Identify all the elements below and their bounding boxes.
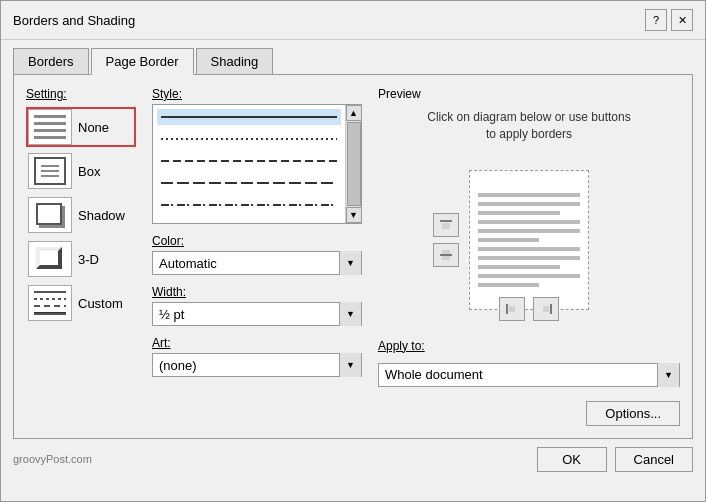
style-list[interactable]: [153, 105, 345, 223]
box-label: Box: [78, 164, 100, 179]
style-dash-dot[interactable]: [157, 197, 341, 213]
help-button[interactable]: ?: [645, 9, 667, 31]
preview-left-buttons: [433, 213, 459, 267]
setting-shadow[interactable]: Shadow: [26, 195, 136, 235]
panel-preview: Preview Click on diagram below or use bu…: [378, 87, 680, 426]
preview-doc[interactable]: [469, 170, 589, 310]
color-select[interactable]: Automatic ▼: [152, 251, 362, 275]
scroll-thumb[interactable]: [347, 122, 361, 206]
top-border-icon: [438, 218, 454, 232]
options-row: Options...: [378, 401, 680, 426]
color-value: Automatic: [153, 256, 339, 271]
ok-button[interactable]: OK: [537, 447, 607, 472]
style-long-dashed[interactable]: [157, 175, 341, 191]
setting-3d[interactable]: 3-D: [26, 239, 136, 279]
preview-hint: Click on diagram below or use buttonsto …: [378, 109, 680, 143]
width-dropdown-arrow[interactable]: ▼: [339, 302, 361, 326]
color-dropdown-arrow[interactable]: ▼: [339, 251, 361, 275]
title-bar: Borders and Shading ? ✕: [1, 1, 705, 40]
3d-icon: [28, 241, 72, 277]
scroll-up-arrow[interactable]: ▲: [346, 105, 362, 121]
left-border-icon: [504, 302, 520, 316]
3d-inner: [36, 247, 62, 269]
preview-middle-border-btn[interactable]: [433, 243, 459, 267]
preview-right-border-btn[interactable]: [533, 297, 559, 321]
art-value: (none): [153, 358, 339, 373]
doc-line-8: [478, 256, 580, 260]
none-line-1: [34, 115, 66, 118]
style-solid[interactable]: [157, 109, 341, 125]
panel-setting: Setting: None: [26, 87, 136, 426]
preview-top-border-btn[interactable]: [433, 213, 459, 237]
doc-line-9: [478, 265, 560, 269]
apply-to-select[interactable]: Whole document ▼: [378, 363, 680, 387]
box-line-2: [41, 170, 59, 172]
apply-to-value: Whole document: [379, 367, 657, 382]
setting-custom[interactable]: Custom: [26, 283, 136, 323]
tab-page-border[interactable]: Page Border: [91, 48, 194, 75]
scroll-down-arrow[interactable]: ▼: [346, 207, 362, 223]
setting-label: Setting:: [26, 87, 136, 101]
style-dashed[interactable]: [157, 153, 341, 169]
doc-line-7: [478, 247, 580, 251]
box-line-3: [41, 175, 59, 177]
art-dropdown-arrow[interactable]: ▼: [339, 353, 361, 377]
none-line-2: [34, 122, 66, 125]
panel-middle: Style:: [152, 87, 362, 426]
setting-none[interactable]: None: [26, 107, 136, 147]
style-label: Style:: [152, 87, 362, 101]
dash-dot-line: [161, 204, 337, 206]
doc-line-2: [478, 202, 580, 206]
none-line-3: [34, 129, 66, 132]
style-scrollbar[interactable]: ▲ ▼: [345, 105, 361, 223]
solid-line: [161, 116, 337, 118]
shadow-box: [36, 203, 62, 225]
doc-line-3: [478, 211, 560, 215]
custom-line-4: [34, 312, 66, 315]
art-select[interactable]: (none) ▼: [152, 353, 362, 377]
title-bar-controls: ? ✕: [645, 9, 693, 31]
doc-line-4: [478, 220, 580, 224]
preview-area: [378, 155, 680, 325]
tab-content: Setting: None: [13, 74, 693, 439]
doc-line-1: [478, 193, 580, 197]
color-label: Color:: [152, 234, 362, 248]
doc-line-6: [478, 238, 539, 242]
preview-canvas: [429, 155, 629, 325]
3d-outer: [34, 245, 66, 273]
apply-to-dropdown-arrow[interactable]: ▼: [657, 363, 679, 387]
none-label: None: [78, 120, 109, 135]
box-inner: [41, 163, 59, 179]
shadow-outer: [34, 201, 66, 229]
width-select[interactable]: ½ pt ▼: [152, 302, 362, 326]
tab-borders[interactable]: Borders: [13, 48, 89, 74]
preview-left-border-btn[interactable]: [499, 297, 525, 321]
color-section: Color: Automatic ▼: [152, 234, 362, 275]
tabs-bar: Borders Page Border Shading: [1, 40, 705, 74]
dotted-line: [161, 138, 337, 140]
long-dashed-line: [161, 182, 337, 184]
art-label: Art:: [152, 336, 362, 350]
dialog-title: Borders and Shading: [13, 13, 135, 28]
custom-label: Custom: [78, 296, 123, 311]
setting-items: None Box: [26, 107, 136, 323]
doc-line-11: [478, 283, 539, 287]
style-list-container: ▲ ▼: [152, 104, 362, 224]
doc-line-5: [478, 229, 580, 233]
custom-outer: [34, 289, 66, 317]
cancel-button[interactable]: Cancel: [615, 447, 693, 472]
preview-bottom-buttons: [499, 297, 559, 321]
tab-shading[interactable]: Shading: [196, 48, 274, 74]
preview-label: Preview: [378, 87, 680, 101]
box-outer: [34, 157, 66, 185]
width-label: Width:: [152, 285, 362, 299]
apply-to-row: Apply to:: [378, 339, 680, 353]
options-button[interactable]: Options...: [586, 401, 680, 426]
preview-doc-lines: [470, 185, 588, 295]
shadow-icon: [28, 197, 72, 233]
middle-border-icon: [438, 248, 454, 262]
custom-line-2: [34, 298, 66, 300]
close-button[interactable]: ✕: [671, 9, 693, 31]
setting-box[interactable]: Box: [26, 151, 136, 191]
style-dotted[interactable]: [157, 131, 341, 147]
